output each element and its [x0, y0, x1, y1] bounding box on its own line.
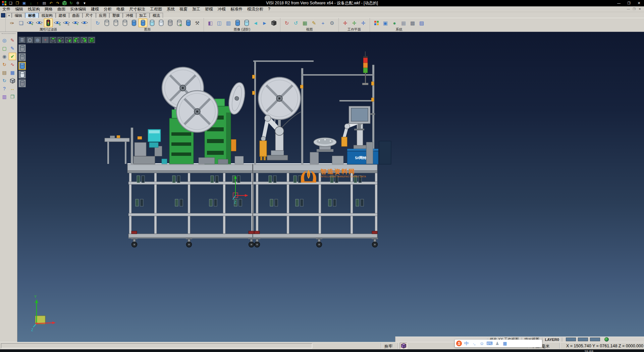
ime-punctuation-icon[interactable]: ·, [470, 341, 478, 347]
axis-view-icon[interactable]: + [42, 37, 49, 43]
model-cube-icon[interactable] [61, 1, 68, 6]
transparent-cylinder-icon[interactable] [148, 18, 156, 27]
mdi-restore-button[interactable]: ❐ [631, 7, 637, 11]
view-cube-iso-icon[interactable] [80, 37, 88, 43]
save-icon[interactable]: ▣ [21, 1, 28, 6]
selection-search-icon[interactable]: ◎ [1, 37, 8, 44]
regenerate-icon[interactable]: ↻ [1, 77, 8, 84]
box-select-icon[interactable]: ▢ [1, 45, 8, 52]
advanced-render-icon[interactable]: ◧ [206, 18, 215, 27]
menu-window[interactable]: 视窗 [177, 6, 190, 12]
view-cube-front-icon[interactable] [57, 37, 64, 43]
tab-surface[interactable]: 曲面 [69, 13, 83, 18]
menu-machining[interactable]: 加工 [190, 6, 203, 12]
view-cube-right-icon[interactable] [65, 37, 72, 43]
section-view-icon[interactable]: ▥ [224, 18, 233, 27]
color-table-icon[interactable] [372, 18, 381, 27]
menu-mesh[interactable]: 网格 [42, 6, 55, 12]
layer-attributes-icon[interactable]: ▤ [1, 69, 8, 76]
docked-toolbar-handle[interactable] [1, 13, 5, 17]
shaded-cylinder-icon[interactable] [129, 18, 138, 27]
zoom-selection-icon[interactable]: ◉ [1, 53, 8, 60]
menu-mold[interactable]: 塑模 [203, 6, 215, 12]
quick-access-dropdown[interactable]: ▾ [81, 1, 88, 6]
sheet-icon[interactable]: ❐ [9, 93, 16, 100]
plane-icon[interactable]: ▦ [9, 69, 16, 76]
fit-view-icon[interactable]: ▢ [26, 37, 34, 43]
hatch-mode-icon[interactable] [18, 79, 26, 87]
annotate-view-icon[interactable]: ✎ [310, 18, 318, 27]
menu-surface[interactable]: 曲面 [55, 6, 68, 12]
mdi-close-button[interactable]: ✕ [637, 7, 643, 11]
grid-table-icon[interactable]: ▦ [399, 18, 408, 27]
menu-standard-parts[interactable]: 标准件 [228, 6, 245, 12]
globe-icon[interactable]: ● [390, 18, 399, 27]
copy-attributes-icon[interactable]: ❏ [17, 18, 25, 27]
open-file-icon[interactable]: ❐ [14, 1, 21, 6]
shading-options-icon[interactable]: ▸ [184, 18, 193, 27]
solid-view-icon[interactable] [9, 77, 16, 84]
hatched-cylinder-icon[interactable] [166, 18, 174, 27]
menu-modeling[interactable]: 建模 [89, 6, 101, 12]
skew-grid-icon[interactable]: ▨ [417, 18, 426, 27]
model-viewport[interactable]: ☰▢◎+ [17, 32, 644, 342]
half-section-icon[interactable] [242, 18, 251, 27]
menu-file[interactable]: 文件 [0, 6, 13, 12]
view-cube-shaded-icon[interactable] [88, 37, 95, 43]
settings-icon[interactable]: ⚙ [74, 1, 81, 6]
tab-flow[interactable]: 模流 [150, 13, 163, 18]
app-icon[interactable] [1, 1, 7, 6]
view-axis-icon[interactable]: + [319, 18, 327, 27]
transparent-mode-icon[interactable] [18, 71, 26, 79]
menu-help[interactable]: ? [266, 6, 273, 12]
filter-traffic-light-icon[interactable] [44, 18, 53, 27]
package-icon[interactable] [400, 343, 407, 349]
spline-icon[interactable]: ∿ [9, 61, 16, 68]
new-document-icon[interactable]: ❏ [7, 1, 14, 6]
mdi-minimize-button[interactable]: — [626, 7, 631, 11]
zoom-window-icon[interactable]: ◎ [34, 37, 41, 43]
tab-application[interactable]: 应用 [96, 13, 109, 18]
dynamic-rotate-icon[interactable]: ↻ [1, 61, 8, 68]
measure-grid-icon[interactable]: ▦ [301, 18, 309, 27]
panel-drag-handle[interactable] [2, 33, 15, 35]
ghost-cylinder-icon[interactable] [157, 18, 165, 27]
shaded-edges-cylinder-icon[interactable] [139, 18, 147, 27]
redraw-icon[interactable]: ↻ [282, 18, 291, 27]
view-gear-icon[interactable]: ⚙ [328, 18, 336, 27]
workplane-view-icon[interactable]: ✛ [359, 18, 368, 27]
tab-edit[interactable]: 编辑 [12, 13, 25, 18]
wireframe-mode-icon[interactable] [18, 44, 26, 52]
view-cube-left-icon[interactable] [72, 37, 80, 43]
clip-plane-icon[interactable] [233, 18, 242, 27]
menu-dimension[interactable]: 尺寸标注 [127, 6, 148, 12]
hidden-line-mode-icon[interactable] [18, 53, 26, 61]
arrow-right-icon[interactable]: ► [260, 18, 269, 27]
viewport-menu-icon[interactable]: ☰ [18, 37, 26, 43]
measure-distance-icon[interactable]: ↔ [9, 85, 16, 92]
workplane-entity-icon[interactable]: ✛ [350, 18, 359, 27]
minimize-button[interactable]: — [614, 0, 624, 6]
regen-icon[interactable]: ↻ [93, 18, 102, 27]
tab-dropdown-button[interactable]: ▾ [6, 13, 12, 18]
command-field[interactable] [1, 343, 312, 348]
import-icon[interactable]: ↓ [28, 1, 34, 6]
menu-system[interactable]: 系统 [164, 6, 177, 12]
undo-icon[interactable]: ↶ [48, 1, 54, 6]
menu-flow-analysis[interactable]: 模流分析 [245, 6, 266, 12]
update-shading-icon[interactable]: ↻ [175, 18, 183, 27]
ime-skin-icon[interactable]: ♟ [493, 341, 501, 347]
sketch-edit-icon[interactable]: ✎ [9, 45, 16, 52]
redo-icon[interactable]: ↷ [54, 1, 61, 6]
screenshot-icon[interactable]: ▣ [381, 18, 390, 27]
help-icon[interactable]: ? [1, 85, 8, 92]
tab-standard[interactable]: 标准 [25, 13, 39, 18]
ime-keyboard-icon[interactable]: ⌨ [486, 341, 493, 347]
menu-analysis[interactable]: 分析 [101, 6, 114, 12]
confirm-icon[interactable]: ✔ [9, 53, 16, 60]
dashed-hidden-cylinder-icon[interactable] [120, 18, 129, 27]
os-taskbar[interactable]: 15:55 [0, 349, 644, 352]
refresh-visibility-icon[interactable]: ↻ [53, 18, 62, 27]
lock-label[interactable]: 拴牢 [384, 344, 392, 349]
hidden-line-cylinder-icon[interactable] [111, 18, 120, 27]
